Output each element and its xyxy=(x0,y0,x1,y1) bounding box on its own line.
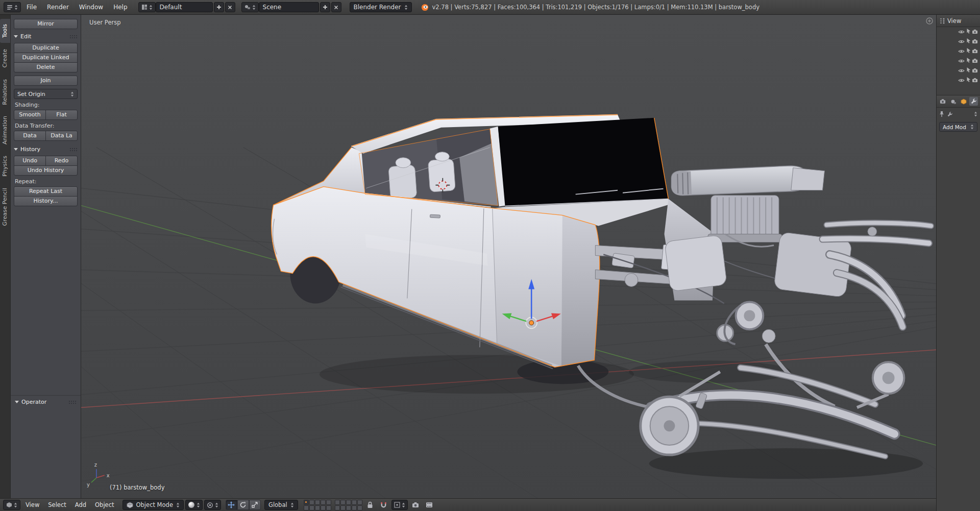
visibility-eye-toggle[interactable] xyxy=(958,58,965,65)
layer-cell[interactable] xyxy=(309,500,314,505)
layer-cell[interactable] xyxy=(315,505,320,510)
tab-tools[interactable]: Tools xyxy=(0,19,10,43)
duplicate-linked-button[interactable]: Duplicate Linked xyxy=(14,53,78,63)
layer-cell[interactable] xyxy=(340,500,346,505)
menu-object[interactable]: Object xyxy=(91,500,117,510)
layer-cell[interactable] xyxy=(326,505,331,510)
layer-cell[interactable] xyxy=(304,500,309,505)
scene-lock-toggle[interactable] xyxy=(364,500,376,510)
scale-manipulator-toggle[interactable] xyxy=(249,500,261,510)
viewport[interactable]: x y z User Persp (71) barstow_body xyxy=(81,15,936,498)
layer-cell[interactable] xyxy=(309,505,314,510)
menu-view[interactable]: View xyxy=(22,500,43,510)
selectability-cursor-toggle[interactable] xyxy=(966,47,971,55)
tab-render[interactable] xyxy=(939,97,947,106)
join-button[interactable]: Join xyxy=(14,76,78,86)
layer-cell[interactable] xyxy=(304,505,309,510)
tab-relations[interactable]: Relations xyxy=(0,74,10,110)
render-camera-toggle[interactable] xyxy=(972,77,978,84)
layout-add-button[interactable] xyxy=(214,2,224,12)
layer-cell[interactable] xyxy=(352,505,357,510)
shade-smooth-button[interactable]: Smooth xyxy=(14,110,46,120)
tab-animation[interactable]: Animation xyxy=(0,111,10,150)
add-modifier-button[interactable]: Add Mod xyxy=(939,122,977,132)
layout-browse-button[interactable] xyxy=(138,2,156,12)
selectability-cursor-toggle[interactable] xyxy=(966,38,971,45)
layer-cell[interactable] xyxy=(321,500,326,505)
tab-grease-pencil[interactable]: Grease Pencil xyxy=(0,183,10,231)
tab-create[interactable]: Create xyxy=(0,44,10,73)
layer-cell[interactable] xyxy=(346,500,351,505)
layer-cell[interactable] xyxy=(357,505,362,510)
layer-cell[interactable] xyxy=(346,505,351,510)
transfer-data-layout-button[interactable]: Data La xyxy=(45,131,78,141)
scene-delete-button[interactable] xyxy=(331,2,341,12)
snap-element-select[interactable] xyxy=(391,500,408,510)
translate-manipulator-toggle[interactable] xyxy=(226,500,237,510)
layer-cell[interactable] xyxy=(326,500,331,505)
menu-render[interactable]: Render xyxy=(42,2,74,12)
visibility-eye-toggle[interactable] xyxy=(958,38,965,45)
history-dialog-button[interactable]: History... xyxy=(14,196,78,206)
menu-window[interactable]: Window xyxy=(75,2,108,12)
layer-cell[interactable] xyxy=(340,505,346,510)
render-camera-toggle[interactable] xyxy=(972,67,978,75)
menu-add[interactable]: Add xyxy=(71,500,90,510)
orientation-select[interactable]: Global xyxy=(264,500,298,510)
opengl-render-anim-button[interactable] xyxy=(423,500,435,510)
visibility-eye-toggle[interactable] xyxy=(958,29,965,36)
opengl-render-button[interactable] xyxy=(409,500,422,510)
snap-toggle[interactable] xyxy=(378,500,390,510)
undo-history-button[interactable]: Undo History xyxy=(14,165,78,176)
layer-cell[interactable] xyxy=(357,500,362,505)
menu-help[interactable]: Help xyxy=(109,2,132,12)
properties-region-toggle[interactable] xyxy=(926,17,933,26)
selectability-cursor-toggle[interactable] xyxy=(966,57,971,65)
layer-cell[interactable] xyxy=(315,500,320,505)
editor-type-button-info[interactable] xyxy=(4,2,21,12)
scene-browse-button[interactable] xyxy=(241,2,259,12)
selectability-cursor-toggle[interactable] xyxy=(966,67,971,75)
editor-type-button-3dview[interactable] xyxy=(3,500,20,510)
shade-flat-button[interactable]: Flat xyxy=(45,110,78,120)
pivot-point-select[interactable] xyxy=(204,500,221,510)
repeat-last-button[interactable]: Repeat Last xyxy=(14,186,78,197)
visibility-eye-toggle[interactable] xyxy=(958,77,965,84)
layer-cell[interactable] xyxy=(321,505,326,510)
layout-delete-button[interactable] xyxy=(225,2,235,12)
tab-modifiers[interactable] xyxy=(969,97,978,106)
render-camera-toggle[interactable] xyxy=(972,58,978,65)
mirror-button[interactable]: Mirror xyxy=(14,19,78,29)
layer-cell[interactable] xyxy=(352,500,357,505)
set-origin-menu[interactable]: Set Origin xyxy=(14,89,78,99)
operator-panel-header[interactable]: Operator xyxy=(11,395,81,408)
redo-button[interactable]: Redo xyxy=(45,156,78,166)
tab-physics[interactable]: Physics xyxy=(0,151,10,182)
tab-scene[interactable] xyxy=(949,97,958,106)
wrench-icon-button[interactable] xyxy=(947,111,953,119)
pin-icon-button[interactable] xyxy=(939,111,944,119)
transfer-data-button[interactable]: Data xyxy=(14,131,46,141)
selectability-cursor-toggle[interactable] xyxy=(966,77,971,84)
layer-cell[interactable] xyxy=(335,505,340,510)
history-panel-header[interactable]: History xyxy=(14,146,78,153)
outliner-view-menu[interactable]: View xyxy=(947,17,961,25)
layout-name-field[interactable]: Default xyxy=(156,2,213,12)
duplicate-button[interactable]: Duplicate xyxy=(14,43,78,53)
selectability-cursor-toggle[interactable] xyxy=(966,28,971,36)
visibility-eye-toggle[interactable] xyxy=(958,67,965,75)
scene-name-field[interactable]: Scene xyxy=(259,2,319,12)
visibility-eye-toggle[interactable] xyxy=(958,48,965,55)
mode-select[interactable]: Object Mode xyxy=(122,500,184,510)
render-camera-toggle[interactable] xyxy=(972,38,978,45)
rotate-manipulator-toggle[interactable] xyxy=(237,500,249,510)
delete-button[interactable]: Delete xyxy=(14,62,78,72)
render-engine-select[interactable]: Blender Render xyxy=(350,2,412,12)
edit-panel-header[interactable]: Edit xyxy=(14,33,78,40)
layer-cell[interactable] xyxy=(335,500,340,505)
menu-select[interactable]: Select xyxy=(44,500,69,510)
render-camera-toggle[interactable] xyxy=(972,48,978,55)
undo-button[interactable]: Undo xyxy=(14,156,46,166)
navigate-arrows[interactable] xyxy=(974,111,977,119)
tab-object[interactable] xyxy=(959,97,968,106)
